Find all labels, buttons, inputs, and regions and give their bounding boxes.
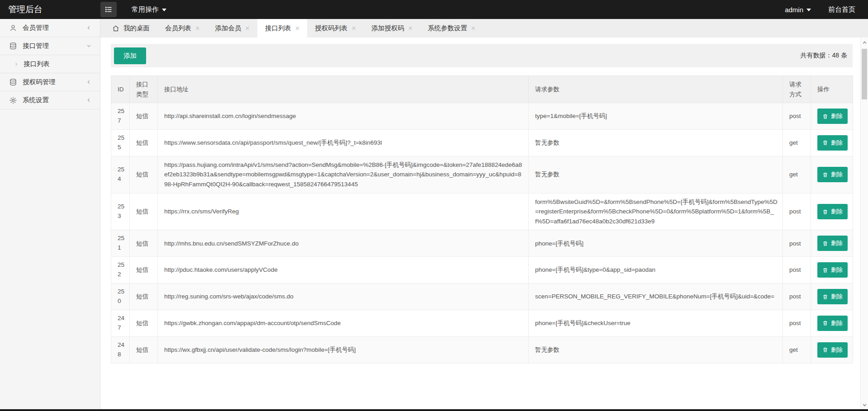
database-icon	[9, 42, 17, 50]
table-row: 248 短信 https://wx.gfbxjj.cn/api/user/val…	[111, 336, 853, 363]
cell-id: 254	[111, 156, 130, 193]
topbar-right: admin 前台首页	[785, 5, 868, 14]
sidebar: 会员管理 接口管理 接口列表	[0, 19, 100, 411]
cell-method: post	[783, 193, 811, 230]
cell-method: post	[783, 310, 811, 336]
tab-label: 会员列表	[165, 24, 191, 33]
tab-label: 我的桌面	[123, 24, 150, 33]
add-button[interactable]: 添加	[114, 47, 146, 64]
cell-url: http://mhs.bnu.edu.cn/sendSMSYZMForZhuce…	[158, 230, 529, 257]
delete-button[interactable]: 删除	[817, 262, 848, 278]
trash-icon	[822, 113, 828, 119]
trash-icon	[822, 241, 828, 246]
cell-type: 短信	[130, 156, 158, 193]
cell-params: form%5BwsiteGuid%5D=&form%5BsendPhone%5D…	[529, 193, 783, 230]
user-dropdown[interactable]: admin	[785, 6, 811, 14]
quick-actions-dropdown[interactable]: 常用操作	[132, 5, 166, 14]
chevron-left-icon	[86, 79, 92, 85]
tab-label: 系统参数设置	[428, 24, 467, 33]
tab-label: 添加会员	[215, 24, 241, 33]
tab[interactable]: 添加授权码 ×	[364, 19, 420, 38]
table-row: 251 短信 http://mhs.bnu.edu.cn/sendSMSYZMF…	[111, 230, 853, 257]
tab[interactable]: 授权码列表 ×	[307, 19, 364, 38]
scrollbar-down-icon[interactable]	[861, 402, 868, 408]
delete-button[interactable]: 删除	[817, 316, 848, 331]
tab[interactable]: 会员列表 ×	[157, 19, 207, 38]
sidebar-item-system-settings[interactable]: 系统设置	[0, 91, 100, 109]
sidebar-subitem-api-list[interactable]: 接口列表	[0, 55, 100, 73]
chevron-left-icon	[86, 97, 92, 103]
delete-button[interactable]: 删除	[817, 167, 848, 182]
cell-params: 暂无参数	[529, 130, 783, 156]
sidebar-item-label: 系统设置	[23, 96, 49, 104]
cell-type: 短信	[130, 283, 158, 310]
cell-url: https://wx.gfbxjj.cn/api/user/validate-c…	[158, 336, 529, 363]
cell-params: 暂无参数	[529, 336, 783, 363]
cell-url: http://api.shareinstall.com.cn/login/sen…	[158, 103, 529, 130]
sidebar-toggle-button[interactable]	[100, 2, 117, 17]
tab[interactable]: 系统参数设置 ×	[420, 19, 483, 38]
tab-close-icon[interactable]: ×	[245, 25, 249, 32]
vertical-scrollbar[interactable]	[860, 38, 868, 409]
delete-button[interactable]: 删除	[817, 109, 848, 124]
scrollbar-thumb[interactable]	[862, 49, 867, 99]
frontend-home-link[interactable]: 前台首页	[828, 5, 855, 14]
chevron-right-icon	[14, 61, 19, 67]
user-icon	[9, 24, 17, 32]
sidebar-item-api-management[interactable]: 接口管理	[0, 37, 100, 55]
trash-icon	[822, 347, 828, 353]
cell-method: post	[783, 103, 811, 130]
cell-params: phone=[手机号码]&checkUser=true	[529, 310, 783, 336]
cell-params: phone=[手机号码]&type=0&app_sid=paodan	[529, 257, 783, 283]
delete-button[interactable]: 删除	[817, 289, 848, 304]
trash-icon	[822, 209, 828, 215]
sidebar-item-label: 授权码管理	[23, 78, 56, 86]
tab-close-icon[interactable]: ×	[471, 25, 475, 32]
delete-button-label: 删除	[831, 266, 843, 274]
cell-method: get	[783, 130, 811, 156]
col-header-actions: 操作	[811, 76, 853, 103]
cell-method: post	[783, 230, 811, 257]
api-table: ID 接口类型 接口地址 请求参数 请求方式 操作 257 短信 http://…	[111, 76, 853, 364]
tab-close-icon[interactable]: ×	[295, 25, 299, 32]
tab[interactable]: 我的桌面	[104, 19, 157, 38]
table-row: 247 短信 https://gwbk.zhongan.com/appapi/d…	[111, 310, 853, 336]
sidebar-item-authcode-management[interactable]: 授权码管理	[0, 73, 100, 91]
tab[interactable]: 添加会员 ×	[207, 19, 257, 38]
trash-icon	[822, 320, 828, 326]
tab-label: 接口列表	[265, 24, 291, 33]
delete-button-label: 删除	[831, 208, 843, 216]
tab[interactable]: 接口列表 ×	[257, 19, 307, 38]
cell-type: 短信	[130, 336, 158, 363]
cell-id: 252	[111, 257, 130, 283]
quick-actions-label: 常用操作	[132, 5, 159, 14]
table-toolbar: 添加 共有数据：48 条	[111, 44, 853, 67]
chevron-down-icon	[86, 43, 92, 49]
col-header-url: 接口地址	[158, 76, 529, 103]
tab-close-icon[interactable]: ×	[195, 25, 199, 32]
tab-close-icon[interactable]: ×	[352, 25, 356, 32]
delete-button[interactable]: 删除	[817, 236, 848, 251]
delete-button-label: 删除	[831, 112, 843, 120]
bottom-edge-strip	[0, 409, 868, 411]
table-row: 254 短信 https://pass.hujiang.com/intraApi…	[111, 156, 853, 193]
delete-button[interactable]: 删除	[817, 135, 848, 151]
sidebar-item-label: 接口管理	[23, 42, 49, 50]
delete-button[interactable]: 删除	[817, 204, 848, 219]
delete-button-label: 删除	[831, 139, 843, 147]
trash-icon	[822, 172, 828, 178]
trash-icon	[822, 294, 828, 300]
cell-method: post	[783, 283, 811, 310]
cell-method: get	[783, 336, 811, 363]
cell-id: 251	[111, 230, 130, 257]
cell-id: 248	[111, 336, 130, 363]
scrollbar-up-icon[interactable]	[861, 40, 868, 46]
caret-down-icon	[162, 9, 166, 11]
cell-type: 短信	[130, 193, 158, 230]
sidebar-item-member-management[interactable]: 会员管理	[0, 19, 100, 37]
tab-close-icon[interactable]: ×	[408, 25, 412, 32]
tab-label: 授权码列表	[315, 24, 348, 33]
delete-button[interactable]: 删除	[817, 342, 848, 358]
table-row: 253 短信 https://rrx.cn/sms/VerifyReg form…	[111, 193, 853, 230]
trash-icon	[822, 140, 828, 146]
